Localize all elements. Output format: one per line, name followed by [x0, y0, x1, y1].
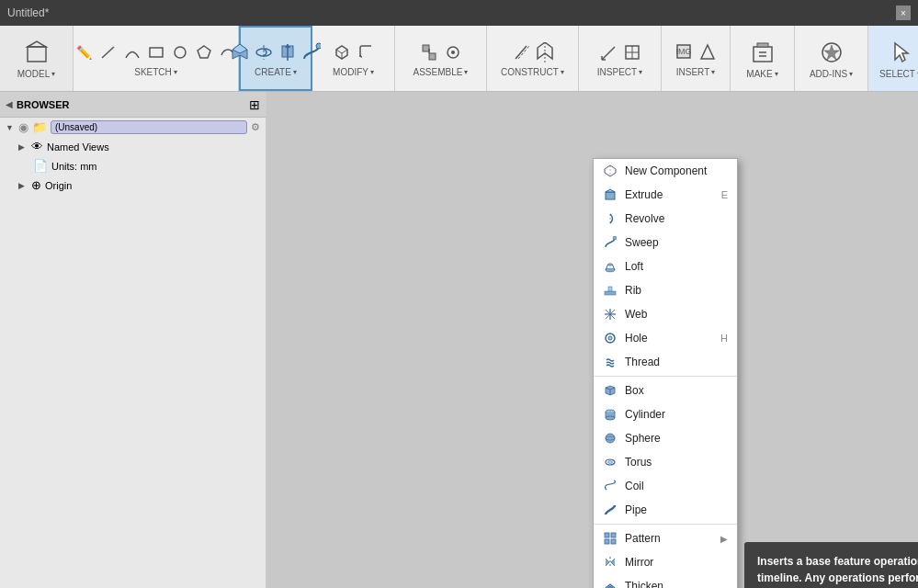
construct-label[interactable]: CONSTRUCT ▾ — [501, 67, 564, 77]
select-icon[interactable] — [886, 38, 915, 67]
browser-item-root[interactable]: ▼ ◉ 📁 (Unsaved) ⚙ — [0, 118, 266, 137]
box-label: Box — [625, 384, 728, 397]
insert-icon-canvas[interactable]: IMG — [673, 40, 695, 65]
sketch-label[interactable]: SKETCH ▾ — [134, 67, 177, 77]
create-label[interactable]: CREATE ▾ — [255, 67, 297, 77]
menu-item-coil[interactable]: Coil — [594, 474, 737, 498]
inspect-icon-analyze[interactable] — [621, 40, 643, 65]
svg-point-18 — [451, 51, 455, 54]
unsaved-label: (Unsaved) — [51, 120, 247, 134]
sketch-icon-arc[interactable] — [121, 40, 143, 65]
sphere-label: Sphere — [625, 432, 728, 445]
menu-item-new-component[interactable]: New Component — [594, 159, 737, 183]
inspect-icon-measure[interactable] — [597, 40, 619, 65]
rib-label: Rib — [625, 284, 728, 297]
construct-icon-midplane[interactable] — [534, 40, 556, 65]
svg-point-4 — [175, 47, 186, 58]
make-chevron: ▾ — [775, 70, 778, 78]
toolbar-create-group[interactable]: CREATE ▾ — [239, 26, 312, 91]
modify-icon-press[interactable] — [331, 40, 353, 65]
sketch-icon-poly[interactable] — [193, 40, 215, 65]
assemble-icon-rigid[interactable] — [442, 40, 464, 65]
menu-item-thread[interactable]: Thread — [594, 350, 737, 374]
addins-icon[interactable] — [817, 38, 846, 67]
named-views-icon: 👁 — [31, 140, 43, 153]
title-bar: Untitled* × — [0, 0, 918, 26]
make-label[interactable]: MAKE ▾ — [746, 69, 777, 79]
browser-item-origin[interactable]: ▶ ⊕ Origin — [0, 175, 266, 195]
toolbar-make-group[interactable]: MAKE ▾ — [731, 26, 795, 91]
assemble-icon-joint[interactable] — [418, 40, 440, 65]
toolbar-sketch-group[interactable]: ✏️ S — [74, 26, 239, 91]
root-visibility-icon[interactable]: ◉ — [18, 120, 28, 134]
menu-item-sweep[interactable]: Sweep — [594, 231, 737, 254]
sketch-icon-circle[interactable] — [169, 40, 191, 65]
sketch-icon-rect[interactable] — [145, 40, 167, 65]
toolbar-select-group[interactable]: SELECT ▾ — [868, 26, 918, 91]
select-label[interactable]: SELECT ▾ — [879, 69, 918, 79]
web-label: Web — [625, 308, 728, 321]
addins-label[interactable]: ADD-INS ▾ — [810, 69, 853, 79]
toolbar-model-group[interactable]: MODEL ▾ — [0, 26, 74, 91]
svg-rect-0 — [28, 47, 46, 62]
coil-icon — [603, 479, 618, 493]
browser-expand-btn[interactable]: ⊞ — [249, 97, 260, 112]
svg-point-57 — [606, 416, 615, 420]
browser-item-named-views[interactable]: ▶ 👁 Named Views — [0, 137, 266, 156]
cylinder-label: Cylinder — [625, 408, 728, 421]
canvas-area[interactable]: New Component Extrude E Revolve Swee — [266, 92, 918, 588]
browser-title: BROWSER — [17, 99, 245, 110]
menu-item-cylinder[interactable]: Cylinder — [594, 402, 737, 426]
toolbar-modify-group[interactable]: MODIFY ▾ — [312, 26, 395, 91]
create-icon-extrude[interactable] — [229, 40, 251, 65]
sketch-icon-pencil[interactable]: ✏️ — [74, 40, 96, 65]
svg-marker-35 — [895, 43, 908, 62]
menu-item-mirror[interactable]: Mirror — [594, 550, 737, 574]
insert-label[interactable]: INSERT ▾ — [676, 67, 716, 77]
svg-rect-64 — [605, 533, 609, 537]
menu-item-web[interactable]: Web — [594, 302, 737, 326]
menu-item-sphere[interactable]: Sphere — [594, 426, 737, 450]
pattern-label: Pattern — [625, 532, 713, 545]
sweep-label: Sweep — [625, 236, 728, 249]
toolbar-addins-group[interactable]: ADD-INS ▾ — [795, 26, 868, 91]
menu-item-pattern[interactable]: Pattern ▶ — [594, 526, 737, 550]
inspect-label[interactable]: INSPECT ▾ — [597, 67, 642, 77]
menu-item-torus[interactable]: Torus — [594, 450, 737, 474]
root-gear-icon[interactable]: ⚙ — [251, 121, 260, 133]
sketch-icon-line[interactable] — [97, 40, 119, 65]
close-button[interactable]: × — [896, 6, 911, 20]
assemble-label[interactable]: ASSEMBLE ▾ — [414, 67, 469, 77]
toolbar-inspect-group[interactable]: INSPECT ▾ — [579, 26, 662, 91]
create-icon-extrude2[interactable] — [277, 40, 299, 65]
svg-rect-32 — [754, 47, 772, 62]
browser-item-units[interactable]: 📄 Units: mm — [0, 156, 266, 175]
modify-label[interactable]: MODIFY ▾ — [333, 67, 374, 77]
menu-item-thicken[interactable]: Thicken — [594, 574, 737, 588]
model-chevron: ▾ — [51, 70, 55, 78]
menu-item-box[interactable]: Box — [594, 379, 737, 402]
named-views-arrow: ▶ — [18, 142, 28, 152]
make-icon[interactable] — [748, 38, 777, 67]
menu-item-pipe[interactable]: Pipe — [594, 498, 737, 522]
menu-item-loft[interactable]: Loft — [594, 254, 737, 278]
toolbar-construct-group[interactable]: CONSTRUCT ▾ — [487, 26, 579, 91]
insert-icon-decal[interactable] — [697, 40, 719, 65]
toolbar-assemble-group[interactable]: ASSEMBLE ▾ — [395, 26, 487, 91]
menu-item-extrude[interactable]: Extrude E — [594, 183, 737, 207]
modify-icon-fillet[interactable] — [355, 40, 377, 65]
menu-item-revolve[interactable]: Revolve — [594, 207, 737, 231]
toolbar-insert-group[interactable]: IMG INSERT ▾ — [662, 26, 731, 91]
menu-item-rib[interactable]: Rib — [594, 278, 737, 302]
construct-icon-offset[interactable] — [510, 40, 532, 65]
svg-text:IMG: IMG — [676, 47, 692, 56]
browser-collapse-btn[interactable]: ◀ — [6, 99, 13, 109]
menu-item-hole[interactable]: Hole H — [594, 326, 737, 350]
model-label[interactable]: MODEL ▾ — [17, 69, 56, 79]
thicken-label: Thicken — [625, 580, 728, 588]
svg-rect-46 — [605, 291, 616, 295]
sketch-chevron: ▾ — [174, 68, 177, 76]
extrude-label: Extrude — [625, 188, 714, 201]
create-icon-revolve[interactable] — [253, 40, 275, 65]
torus-label: Torus — [625, 456, 728, 469]
